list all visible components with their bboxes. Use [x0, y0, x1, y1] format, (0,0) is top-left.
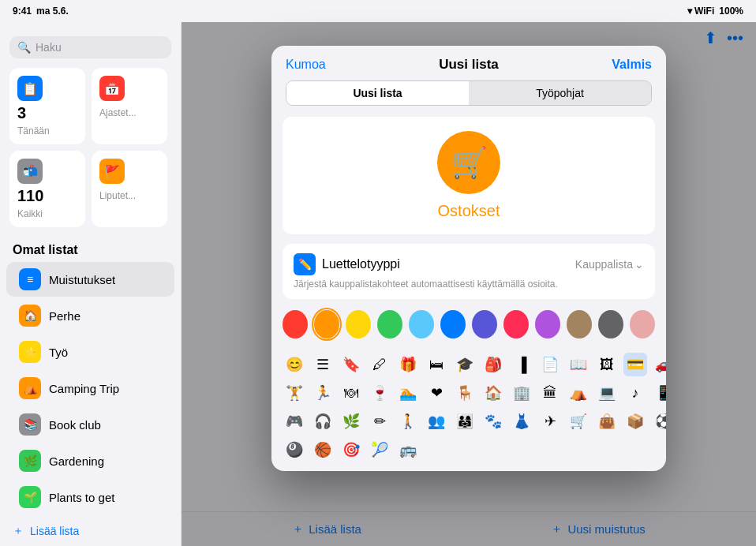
new-list-modal: Kumoa Uusi lista Valmis Uusi lista Työpo…	[271, 46, 666, 471]
tab-new-list[interactable]: Uusi lista	[286, 81, 469, 105]
status-bar: 9:41 ma 5.6. ▾ WiFi 100%	[0, 0, 756, 22]
icon-cell-29[interactable]: 🎧	[311, 410, 335, 433]
icon-cell-15[interactable]: 🏃	[311, 381, 335, 405]
modal-overlay: Kumoa Uusi lista Valmis Uusi lista Työpo…	[182, 22, 756, 546]
status-day: ma 5.6.	[36, 6, 69, 17]
icon-cell-46[interactable]: 🚌	[396, 438, 420, 462]
icon-cell-22[interactable]: 🏢	[510, 381, 533, 405]
icon-cell-35[interactable]: 🐾	[481, 410, 505, 433]
sidebar-item-camping[interactable]: ⛺ Camping Trip	[6, 371, 174, 406]
today-icon: 📋	[17, 76, 43, 101]
icon-cell-28[interactable]: 🎮	[283, 410, 306, 433]
icon-cell-34[interactable]: 👨‍👩‍👧	[453, 410, 477, 433]
icon-cell-10[interactable]: 📖	[567, 353, 590, 376]
bookclub-icon: 📚	[19, 413, 41, 436]
perhe-icon: 🏠	[19, 305, 41, 327]
icon-cell-36[interactable]: 👗	[510, 410, 533, 433]
sidebar-item-perhe[interactable]: 🏠 Perhe	[6, 298, 174, 333]
list-name-input[interactable]	[390, 202, 548, 220]
color-swatch-lightpink[interactable]	[630, 310, 655, 338]
icon-cell-3[interactable]: 🖊	[368, 353, 391, 376]
done-button[interactable]: Valmis	[612, 58, 652, 72]
color-swatches	[271, 302, 666, 346]
icon-cell-13[interactable]: 🚗	[652, 353, 666, 376]
icon-grid: 😊☰🔖🖊🎁🛏🎓🎒▐📄📖🖼💳🚗🏋🏃🍽🍷🏊❤🪑🏠🏢🏛⛺💻♪📱🎮🎧🌿✏🚶👥👨‍👩‍👧🐾…	[271, 346, 666, 471]
all-icon: 📬	[17, 159, 43, 184]
icon-cell-40[interactable]: 📦	[623, 410, 647, 433]
icon-cell-14[interactable]: 🏋	[283, 381, 306, 405]
icon-cell-39[interactable]: 👜	[595, 410, 619, 433]
icon-cell-25[interactable]: 💻	[595, 381, 619, 405]
search-placeholder: Haku	[36, 41, 62, 54]
add-list-label[interactable]: Lisää lista	[30, 525, 79, 537]
icon-cell-26[interactable]: ♪	[623, 381, 647, 405]
icon-cell-11[interactable]: 🖼	[595, 353, 619, 376]
icon-cell-18[interactable]: 🏊	[396, 381, 420, 405]
icon-cell-21[interactable]: 🏠	[481, 381, 505, 405]
icon-cell-38[interactable]: 🛒	[567, 410, 590, 433]
icon-cell-45[interactable]: 🎾	[368, 438, 391, 462]
sidebar-item-tyo[interactable]: ⭐ Työ	[6, 335, 174, 369]
icon-cell-20[interactable]: 🪑	[453, 381, 477, 405]
icon-cell-16[interactable]: 🍽	[339, 381, 363, 405]
color-swatch-purple[interactable]	[535, 310, 560, 338]
icon-cell-32[interactable]: 🚶	[396, 410, 420, 433]
color-swatch-orange[interactable]	[314, 310, 339, 338]
icon-cell-27[interactable]: 📱	[652, 381, 666, 405]
color-swatch-green[interactable]	[377, 310, 402, 338]
sidebar-item-gardening[interactable]: 🌿 Gardening	[6, 443, 174, 478]
icon-cell-4[interactable]: 🎁	[396, 353, 420, 376]
status-time: 9:41	[13, 6, 32, 17]
icon-cell-5[interactable]: 🛏	[425, 353, 448, 376]
icon-cell-19[interactable]: ❤	[425, 381, 448, 405]
icon-cell-44[interactable]: 🎯	[339, 438, 363, 462]
tyo-icon: ⭐	[19, 341, 41, 363]
sidebar-item-muistutukset[interactable]: ≡ Muistutukset	[6, 262, 174, 297]
icon-cell-12[interactable]: 💳	[623, 353, 647, 376]
smart-card-scheduled[interactable]: 📅 Ajastet...	[92, 68, 167, 144]
icon-cell-30[interactable]: 🌿	[339, 410, 363, 433]
color-swatch-red[interactable]	[283, 310, 308, 338]
icon-cell-42[interactable]: 🎱	[283, 438, 306, 462]
smart-card-all[interactable]: 📬 110 Kaikki	[9, 151, 85, 227]
color-swatch-brown[interactable]	[567, 310, 592, 338]
sidebar-item-plants[interactable]: 🌱 Plants to get	[6, 480, 174, 514]
icon-cell-41[interactable]: ⚽	[652, 410, 666, 433]
color-swatch-darkgray[interactable]	[598, 310, 623, 338]
list-type-row[interactable]: ✏️ Luettelotyyppi Kauppalista ⌄ Järjestä…	[283, 244, 655, 299]
icon-cell-43[interactable]: 🏀	[311, 438, 335, 462]
all-label: Kaikki	[17, 208, 77, 219]
search-bar[interactable]: 🔍 Haku	[9, 36, 171, 58]
icon-cell-6[interactable]: 🎓	[453, 353, 477, 376]
color-swatch-yellow[interactable]	[346, 310, 371, 338]
smart-card-today[interactable]: 📋 3 Tänään	[9, 68, 85, 144]
icon-cell-7[interactable]: 🎒	[481, 353, 505, 376]
color-swatch-lightblue[interactable]	[409, 310, 434, 338]
icon-cell-23[interactable]: 🏛	[538, 381, 562, 405]
icon-cell-33[interactable]: 👥	[425, 410, 448, 433]
color-swatch-pink[interactable]	[503, 310, 529, 338]
section-header-my-lists: Omat listat	[0, 237, 181, 262]
list-big-icon[interactable]: 🛒	[437, 131, 500, 194]
sidebar-item-bookclub[interactable]: 📚 Book club	[6, 407, 174, 442]
icon-cell-17[interactable]: 🍷	[368, 381, 391, 405]
smart-card-flagged[interactable]: 🚩 Liputet...	[92, 151, 167, 227]
color-swatch-indigo[interactable]	[472, 310, 497, 338]
sidebar: 🔍 Haku 📋 3 Tänään 📅 Ajastet... 📬 110 Kai…	[0, 22, 182, 546]
icon-cell-31[interactable]: ✏	[368, 410, 391, 433]
icon-cell-37[interactable]: ✈	[538, 410, 562, 433]
muistutukset-label: Muistutukset	[49, 273, 162, 286]
tab-templates[interactable]: Työpohjat	[469, 81, 651, 105]
list-type-value[interactable]: Kauppalista ⌄	[575, 258, 644, 271]
icon-cell-2[interactable]: 🔖	[339, 353, 363, 376]
bookclub-label: Book club	[49, 418, 162, 432]
icon-cell-9[interactable]: 📄	[538, 353, 562, 376]
color-swatch-blue[interactable]	[440, 310, 466, 338]
icon-cell-0[interactable]: 😊	[283, 353, 306, 376]
icon-preview-section: 🛒	[283, 117, 655, 234]
icon-cell-8[interactable]: ▐	[510, 353, 533, 376]
icon-cell-24[interactable]: ⛺	[567, 381, 590, 405]
cancel-button[interactable]: Kumoa	[286, 58, 326, 72]
icon-cell-1[interactable]: ☰	[311, 353, 335, 376]
all-count: 110	[17, 187, 77, 205]
